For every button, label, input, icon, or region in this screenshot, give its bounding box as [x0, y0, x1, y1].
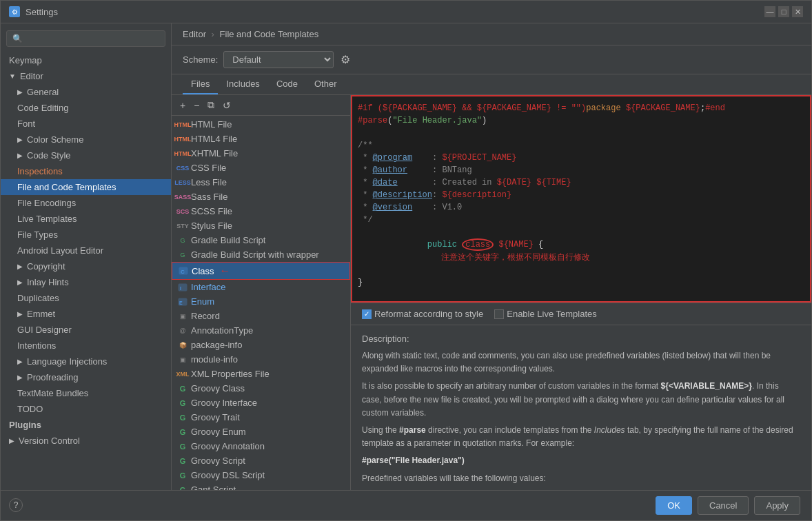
options-row: ✓ Reformat according to style Enable Liv…: [351, 303, 811, 325]
tab-code[interactable]: Code: [268, 74, 306, 94]
reset-button[interactable]: ↺: [220, 98, 234, 112]
code-line-8: * @description: ${description}: [358, 189, 804, 201]
sidebar-item-code-style[interactable]: ▶ Code Style: [1, 147, 171, 163]
sidebar-item-file-encodings[interactable]: File Encodings: [1, 195, 171, 211]
file-item-groovy-annotation[interactable]: G Groovy Annotation: [172, 439, 350, 453]
file-item-gant[interactable]: G Gant Script: [172, 482, 350, 490]
file-item-package-info[interactable]: 📦 package-info: [172, 338, 350, 352]
code-editing-label: Code Editing: [17, 103, 68, 113]
file-item-less[interactable]: LESS Less File: [172, 175, 350, 190]
tab-other[interactable]: Other: [306, 74, 345, 94]
svg-text:I: I: [180, 286, 181, 291]
sidebar-item-copyright[interactable]: ▶ Copyright: [1, 258, 171, 274]
live-templates-checkbox-label[interactable]: Enable Live Templates: [494, 309, 597, 319]
live-templates-checkbox[interactable]: [494, 309, 504, 319]
sidebar-item-proofreading[interactable]: ▶ Proofreading: [1, 369, 171, 385]
file-item-sass[interactable]: SASS Sass File: [172, 190, 350, 204]
general-label: General: [27, 87, 59, 97]
live-templates-label: Enable Live Templates: [507, 309, 597, 319]
file-item-stylus[interactable]: STY Stylus File: [172, 218, 350, 233]
sidebar-item-keymap[interactable]: Keymap: [1, 52, 171, 68]
file-item-scss[interactable]: SCS SCSS File: [172, 204, 350, 218]
file-item-interface[interactable]: I Interface: [172, 280, 350, 294]
content-area: + − ⧉ ↺ HTML HTML File HTML HTML4 File: [172, 95, 811, 490]
reformat-checkbox-label[interactable]: ✓ Reformat according to style: [362, 309, 483, 319]
file-item-groovy-interface[interactable]: G Groovy Interface: [172, 396, 350, 410]
file-item-groovy-enum[interactable]: G Groovy Enum: [172, 425, 350, 439]
sidebar-item-todo[interactable]: TODO: [1, 401, 171, 417]
breadcrumb: Editor › File and Code Templates: [172, 23, 811, 45]
ok-button[interactable]: OK: [656, 496, 692, 515]
sidebar-item-duplicates[interactable]: Duplicates: [1, 290, 171, 306]
textmate-label: TextMate Bundles: [17, 388, 88, 398]
desc-para1: Along with static text, code and comment…: [362, 349, 800, 376]
add-button[interactable]: +: [177, 98, 188, 112]
sidebar-item-inspections[interactable]: Inspections: [1, 163, 171, 179]
code-line-5: * @program : ${PROJECT_NAME}: [358, 152, 804, 164]
maximize-button[interactable]: □: [778, 6, 789, 17]
scheme-select[interactable]: Default Project: [223, 51, 334, 68]
general-chevron: ▶: [17, 88, 23, 96]
minimize-button[interactable]: —: [764, 6, 775, 17]
record-icon: ▣: [177, 311, 188, 321]
file-item-groovy-dsl[interactable]: G Groovy DSL Script: [172, 468, 350, 482]
cancel-button[interactable]: Cancel: [698, 496, 749, 515]
sidebar-item-general[interactable]: ▶ General: [1, 84, 171, 100]
file-item-css[interactable]: CSS CSS File: [172, 161, 350, 175]
file-item-gradle[interactable]: G Gradle Build Script: [172, 233, 350, 247]
reformat-checkbox[interactable]: ✓: [362, 309, 372, 319]
sidebar-item-inlay-hints[interactable]: ▶ Inlay Hints: [1, 274, 171, 290]
sidebar-item-color-scheme[interactable]: ▶ Color Scheme: [1, 132, 171, 147]
sidebar-item-emmet[interactable]: ▶ Emmet: [1, 306, 171, 322]
sidebar-item-language-injections[interactable]: ▶ Language Injections: [1, 354, 171, 369]
copy-button[interactable]: ⧉: [205, 98, 217, 112]
sidebar-item-android-layout[interactable]: Android Layout Editor: [1, 243, 171, 258]
file-item-groovy-class[interactable]: G Groovy Class: [172, 381, 350, 396]
sidebar-item-file-templates[interactable]: File and Code Templates: [1, 179, 171, 195]
code-line-9: * @version : V1.0: [358, 201, 804, 214]
file-name: SCSS File: [191, 206, 232, 216]
sidebar-item-code-editing[interactable]: Code Editing: [1, 100, 171, 116]
inlay-hints-chevron: ▶: [17, 278, 23, 286]
search-input[interactable]: [6, 30, 165, 47]
file-item-groovy-script[interactable]: G Groovy Script: [172, 453, 350, 468]
android-layout-label: Android Layout Editor: [17, 245, 103, 256]
sidebar-item-live-templates[interactable]: Live Templates: [1, 211, 171, 227]
file-item-record[interactable]: ▣ Record: [172, 309, 350, 323]
bottom-bar: ? OK Cancel Apply: [1, 490, 811, 520]
sidebar-item-gui-designer[interactable]: GUI Designer: [1, 322, 171, 338]
module-icon: ▣: [177, 355, 188, 365]
sidebar-item-file-types[interactable]: File Types: [1, 227, 171, 243]
copyright-label: Copyright: [27, 261, 65, 272]
remove-button[interactable]: −: [191, 98, 202, 112]
tab-includes[interactable]: Includes: [218, 74, 267, 94]
settings-dialog: ⚙ Settings — □ ✕ Keymap ▼ Editor ▶: [0, 0, 812, 521]
help-button[interactable]: ?: [9, 498, 23, 512]
file-item-xhtml[interactable]: HTML XHTML File: [172, 146, 350, 161]
file-item-enum[interactable]: E Enum: [172, 294, 350, 309]
file-name: Enum: [191, 296, 214, 307]
sidebar-item-textmate[interactable]: TextMate Bundles: [1, 385, 171, 401]
sidebar-item-version-control[interactable]: ▶ Version Control: [1, 433, 171, 449]
file-item-xml[interactable]: XML XML Properties File: [172, 367, 350, 381]
close-button[interactable]: ✕: [792, 6, 803, 17]
scheme-gear-button[interactable]: ⚙: [339, 52, 352, 68]
reformat-label: Reformat according to style: [374, 309, 483, 319]
sidebar-item-editor[interactable]: ▼ Editor: [1, 68, 171, 84]
sidebar-item-font[interactable]: Font: [1, 116, 171, 132]
file-item-class[interactable]: C Class ←: [172, 262, 350, 280]
sidebar-item-plugins[interactable]: Plugins: [1, 417, 171, 433]
file-item-module-info[interactable]: ▣ module-info: [172, 352, 350, 367]
file-item-gradle-wrapper[interactable]: G Gradle Build Script with wrapper: [172, 247, 350, 262]
sidebar-item-intentions[interactable]: Intentions: [1, 338, 171, 354]
file-item-annotation[interactable]: @ AnnotationType: [172, 323, 350, 338]
file-item-groovy-trait[interactable]: G Groovy Trait: [172, 410, 350, 425]
editor-panel: #if (${PACKAGE_NAME} && ${PACKAGE_NAME} …: [351, 95, 811, 490]
file-item-html4[interactable]: HTML HTML4 File: [172, 132, 350, 146]
code-line-blank1: [358, 127, 804, 139]
svg-text:C: C: [181, 269, 185, 275]
code-editor[interactable]: #if (${PACKAGE_NAME} && ${PACKAGE_NAME} …: [351, 95, 811, 303]
apply-button[interactable]: Apply: [754, 496, 800, 515]
file-item-html[interactable]: HTML HTML File: [172, 117, 350, 132]
tab-files[interactable]: Files: [183, 74, 218, 94]
